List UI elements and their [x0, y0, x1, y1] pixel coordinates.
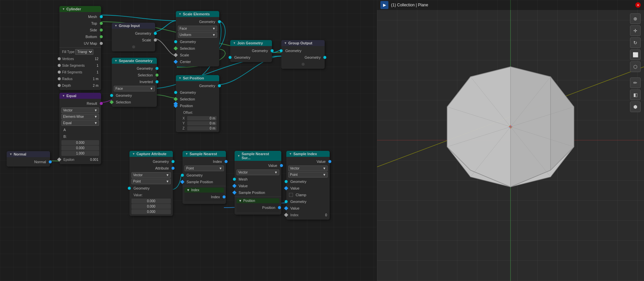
sns-value-out-label: Value [237, 164, 279, 168]
sp-z-value: 0 m [187, 126, 217, 130]
fill-type-label: Fill Type [62, 50, 74, 54]
eq-equal-dropdown[interactable]: Equal ▼ [61, 120, 99, 126]
node-editor[interactable]: ▼ Cylinder Mesh Top Side Bottom UV Map [0, 0, 377, 281]
se-uniform-dropdown[interactable]: Uniform ▼ [178, 32, 217, 38]
se-geom-out-label: Geometry [179, 20, 217, 24]
sg-selection-out-label: Selection [114, 73, 154, 77]
go-header[interactable]: ▼ Group Output [281, 40, 325, 46]
eq-element-dropdown[interactable]: Element-Wise ▼ [61, 114, 99, 119]
gi-arrow: ▼ [114, 24, 117, 27]
si-index-socket [284, 213, 288, 217]
sp-offset-label: Offset: [179, 111, 193, 114]
rotate-tool-btn[interactable]: ↻ [630, 37, 641, 48]
join-geom-header[interactable]: ▼ Join Geometry [230, 40, 272, 46]
sns-vector-dropdown[interactable]: Vector ▼ [237, 170, 279, 175]
go-geom-in-socket [280, 49, 283, 52]
go-title: Group Output [288, 41, 312, 45]
normal-header[interactable]: ▼ Normal [7, 151, 50, 157]
scale-tool-btn[interactable]: ⬜ [630, 49, 641, 60]
vertices-socket [58, 57, 61, 60]
sn-arrow: ▼ [185, 152, 188, 156]
sg-face-dropdown[interactable]: Face ▼ [114, 86, 155, 91]
sns-position-subnode: ▼ Position Position [237, 198, 279, 212]
viewport-toolbar: ⊕ ✛ ↻ ⬜ ⬡ ✏ ◧ ⬢ [630, 13, 641, 112]
sns-arrow: ▼ [237, 154, 240, 158]
sns-pos-sub-socket [278, 206, 281, 209]
ca-vector-dropdown[interactable]: Vector ▼ [131, 172, 171, 178]
cylinder-bottom-label: Bottom [62, 35, 98, 39]
sn-header[interactable]: ▼ Sample Nearest [183, 151, 226, 157]
eq-element-arrow: ▼ [94, 115, 97, 118]
si-header[interactable]: ▼ Sample Index [286, 151, 330, 157]
si-value2-socket [284, 206, 288, 211]
scale-elements-header[interactable]: ▼ Scale Elements [176, 11, 219, 17]
gi-empty-socket [112, 43, 155, 50]
sp-header[interactable]: ▼ Set Position [176, 75, 219, 81]
group-input-header[interactable]: ▼ Group Input [112, 23, 155, 29]
capture-attribute-node: ▼ Capture Attribute Geometry Attribute V… [129, 151, 173, 216]
norm-out-row: Normal [7, 159, 50, 165]
sp-sel-label: Selection [179, 97, 217, 101]
ca-header[interactable]: ▼ Capture Attribute [129, 151, 173, 157]
separate-geometry-node: ▼ Separate Geometry Geometry Selection I… [112, 58, 157, 107]
equal-header[interactable]: ▼ Equal [59, 93, 101, 99]
viewport[interactable]: ▶ (1) Collection | Plane ✕ ⊕ ✛ ↻ ⬜ ⬡ ✏ ◧… [377, 0, 644, 281]
si-vector-value: Vector [290, 167, 299, 170]
edit-btn[interactable]: ✏ [630, 77, 641, 88]
cylinder-node-header[interactable]: ▼ Cylinder [59, 6, 101, 12]
eq-result-row: Result [59, 100, 101, 107]
sp-sel-socket [174, 97, 178, 101]
view-btn[interactable]: ◧ [630, 89, 641, 100]
sg-inverted-row: Inverted [112, 78, 157, 85]
render-btn[interactable]: ⬢ [630, 101, 641, 112]
si-geom-label: Geometry [289, 180, 327, 184]
sn-index-out-row: Index [183, 158, 226, 165]
fill-segments-row: Fill Segments 1 [59, 69, 101, 75]
orbit-tool-btn[interactable]: ⊕ [630, 13, 641, 24]
sn-index-out-socket [225, 160, 228, 163]
norm-arrow: ▼ [9, 153, 12, 156]
join-geom-body: Geometry Geometry [230, 46, 272, 62]
viewport-header: ▶ (1) Collection | Plane ✕ [377, 0, 644, 10]
group-input-node: ▼ Group Input Geometry Scale [112, 23, 155, 51]
se-face-arrow: ▼ [212, 27, 216, 30]
fill-type-row[interactable]: Fill Type Triangl... [59, 48, 101, 55]
ca-val1: 0.000 [131, 199, 171, 204]
si-vector-dropdown[interactable]: Vector ▼ [288, 166, 328, 171]
sn-point-dropdown[interactable]: Point ▼ [185, 166, 224, 171]
sample-index-node: ▼ Sample Index Value Vector ▼ Point ▼ Ge… [286, 151, 330, 220]
close-button[interactable]: ✕ [635, 2, 641, 8]
ca-geom-out-socket [172, 160, 175, 163]
cylinder-mesh-label: Mesh [62, 15, 98, 19]
join-geom-title: Join Geometry [237, 41, 263, 45]
ca-vector-arrow: ▼ [166, 173, 169, 177]
transform-tool-btn[interactable]: ⬡ [630, 61, 641, 72]
se-uniform-value: Uniform [180, 33, 191, 37]
eq-vector-dropdown[interactable]: Vector ▼ [61, 107, 99, 113]
se-face-dropdown[interactable]: Face ▼ [178, 26, 217, 31]
move-tool-btn[interactable]: ✛ [630, 25, 641, 36]
si-point-dropdown[interactable]: Point ▼ [288, 172, 328, 178]
sns-pos-subheader: ▼ Position [237, 198, 279, 203]
sep-geom-header[interactable]: ▼ Separate Geometry [112, 58, 157, 64]
sg-geom-out-row: Geometry [112, 65, 157, 72]
sns-header[interactable]: ▼ Sample Nearest Sur... [235, 151, 281, 161]
sns-vector-value: Vector [238, 171, 248, 174]
radius-label: Radius [62, 77, 72, 81]
si-body: Value Vector ▼ Point ▼ Geometry Value [286, 157, 330, 220]
eq-epsilon-label: Epsilon [62, 158, 74, 162]
sp-x-value: 0 m [187, 116, 217, 120]
svg-marker-5 [551, 77, 574, 170]
depth-row: Depth 2 m [59, 82, 101, 89]
gi-scale-row: Scale [112, 37, 155, 43]
sp-pos-label: Position [179, 104, 217, 108]
sp-geom-out-socket [218, 84, 221, 87]
sp-geom-out-row: Geometry [176, 82, 219, 89]
si-clamp-check[interactable] [289, 193, 293, 197]
ca-point-dropdown[interactable]: Point ▼ [131, 179, 171, 184]
fill-type-select[interactable]: Triangl... [75, 49, 93, 55]
si-value-in-label: Value [289, 186, 327, 190]
sp-y-value: 0 m [187, 121, 217, 125]
se-uniform-arrow: ▼ [212, 33, 216, 37]
sp-body: Geometry Geometry Selection Position Off… [176, 81, 219, 132]
